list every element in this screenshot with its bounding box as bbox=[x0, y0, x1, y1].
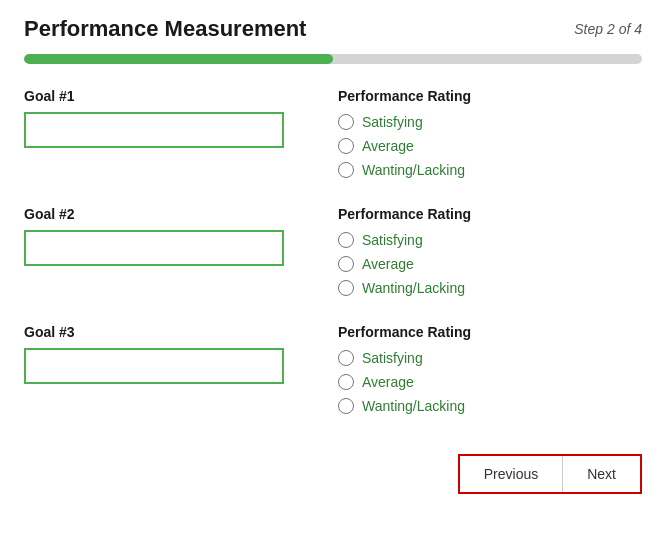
progress-bar-container bbox=[24, 54, 642, 64]
radio-label-wanting-3[interactable]: Wanting/Lacking bbox=[362, 398, 465, 414]
rating-label-1: Performance Rating bbox=[338, 88, 642, 104]
step-label: Step 2 of 4 bbox=[574, 21, 642, 37]
radio-average-2[interactable] bbox=[338, 256, 354, 272]
radio-item-1-wanting[interactable]: Wanting/Lacking bbox=[338, 162, 642, 178]
radio-item-1-satisfying[interactable]: Satisfying bbox=[338, 114, 642, 130]
radio-wanting-2[interactable] bbox=[338, 280, 354, 296]
button-group: Previous Next bbox=[458, 454, 642, 494]
goals-section: Goal #1 Performance Rating Satisfying Av… bbox=[24, 88, 642, 414]
radio-group-2: Satisfying Average Wanting/Lacking bbox=[338, 232, 642, 296]
radio-average-1[interactable] bbox=[338, 138, 354, 154]
radio-wanting-3[interactable] bbox=[338, 398, 354, 414]
radio-wanting-1[interactable] bbox=[338, 162, 354, 178]
goal-right-2: Performance Rating Satisfying Average Wa… bbox=[338, 206, 642, 296]
radio-satisfying-1[interactable] bbox=[338, 114, 354, 130]
goal-input-2[interactable] bbox=[24, 230, 284, 266]
radio-item-3-satisfying[interactable]: Satisfying bbox=[338, 350, 642, 366]
radio-label-satisfying-2[interactable]: Satisfying bbox=[362, 232, 423, 248]
goal-row-1: Goal #1 Performance Rating Satisfying Av… bbox=[24, 88, 642, 178]
radio-label-satisfying-3[interactable]: Satisfying bbox=[362, 350, 423, 366]
goal-row-3: Goal #3 Performance Rating Satisfying Av… bbox=[24, 324, 642, 414]
rating-label-3: Performance Rating bbox=[338, 324, 642, 340]
radio-label-average-2[interactable]: Average bbox=[362, 256, 414, 272]
goal-row-2: Goal #2 Performance Rating Satisfying Av… bbox=[24, 206, 642, 296]
goal-left-3: Goal #3 bbox=[24, 324, 314, 384]
radio-label-wanting-2[interactable]: Wanting/Lacking bbox=[362, 280, 465, 296]
goal-label-1: Goal #1 bbox=[24, 88, 314, 104]
header: Performance Measurement Step 2 of 4 bbox=[24, 16, 642, 42]
radio-item-3-average[interactable]: Average bbox=[338, 374, 642, 390]
radio-average-3[interactable] bbox=[338, 374, 354, 390]
radio-item-1-average[interactable]: Average bbox=[338, 138, 642, 154]
radio-item-2-wanting[interactable]: Wanting/Lacking bbox=[338, 280, 642, 296]
radio-satisfying-2[interactable] bbox=[338, 232, 354, 248]
footer-row: Previous Next bbox=[24, 454, 642, 494]
radio-group-3: Satisfying Average Wanting/Lacking bbox=[338, 350, 642, 414]
goal-right-3: Performance Rating Satisfying Average Wa… bbox=[338, 324, 642, 414]
radio-satisfying-3[interactable] bbox=[338, 350, 354, 366]
goal-label-3: Goal #3 bbox=[24, 324, 314, 340]
radio-item-2-average[interactable]: Average bbox=[338, 256, 642, 272]
goal-right-1: Performance Rating Satisfying Average Wa… bbox=[338, 88, 642, 178]
progress-bar-fill bbox=[24, 54, 333, 64]
radio-item-2-satisfying[interactable]: Satisfying bbox=[338, 232, 642, 248]
goal-input-1[interactable] bbox=[24, 112, 284, 148]
previous-button[interactable]: Previous bbox=[460, 456, 562, 492]
rating-label-2: Performance Rating bbox=[338, 206, 642, 222]
radio-label-satisfying-1[interactable]: Satisfying bbox=[362, 114, 423, 130]
radio-label-average-1[interactable]: Average bbox=[362, 138, 414, 154]
next-button[interactable]: Next bbox=[563, 456, 640, 492]
goal-left-1: Goal #1 bbox=[24, 88, 314, 148]
radio-item-3-wanting[interactable]: Wanting/Lacking bbox=[338, 398, 642, 414]
page-title: Performance Measurement bbox=[24, 16, 306, 42]
goal-label-2: Goal #2 bbox=[24, 206, 314, 222]
goal-left-2: Goal #2 bbox=[24, 206, 314, 266]
goal-input-3[interactable] bbox=[24, 348, 284, 384]
radio-group-1: Satisfying Average Wanting/Lacking bbox=[338, 114, 642, 178]
radio-label-average-3[interactable]: Average bbox=[362, 374, 414, 390]
radio-label-wanting-1[interactable]: Wanting/Lacking bbox=[362, 162, 465, 178]
